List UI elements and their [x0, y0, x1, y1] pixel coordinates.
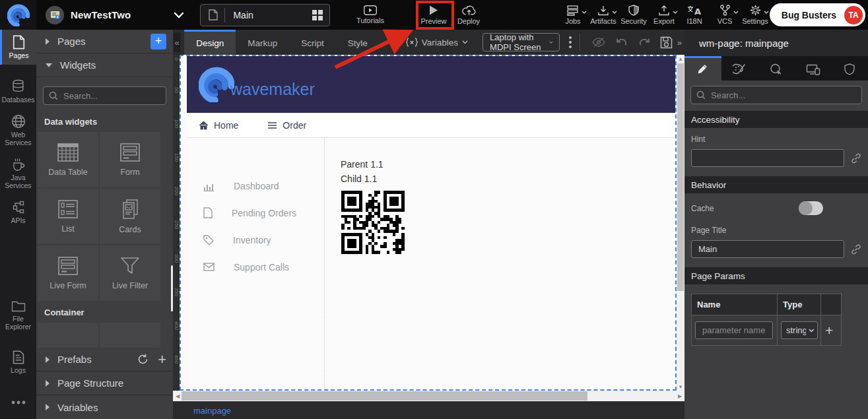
- prefabs-accordion[interactable]: Prefabs +: [36, 348, 173, 371]
- security-button[interactable]: Security: [618, 0, 649, 30]
- tab-properties[interactable]: [684, 56, 721, 81]
- menu-item-support-calls[interactable]: Support Calls: [187, 253, 324, 280]
- rail-item-pages[interactable]: Pages: [0, 30, 36, 65]
- canvas-horizontal-scrollbar[interactable]: ◀ ▶: [173, 391, 684, 401]
- tab-style[interactable]: Style: [336, 30, 380, 55]
- nav-item-home[interactable]: Home: [199, 120, 238, 131]
- refresh-prefabs-button[interactable]: [137, 354, 149, 365]
- add-page-button[interactable]: +: [150, 34, 166, 49]
- open-page-tab-mainpage[interactable]: mainpage: [193, 406, 231, 416]
- undo-button[interactable]: [615, 37, 628, 48]
- canvas-page-content[interactable]: Parent 1.1 Child 1.1: [325, 138, 675, 389]
- param-name-input[interactable]: [695, 321, 773, 339]
- page-structure-accordion[interactable]: Page Structure: [36, 371, 173, 395]
- widget-container-2[interactable]: [100, 323, 160, 348]
- page-params-table: Name Type string +: [691, 294, 842, 346]
- design-canvas[interactable]: wavemaker Home Order: [180, 55, 677, 391]
- widgets-accordion[interactable]: Widgets: [36, 53, 173, 77]
- variables-accordion[interactable]: Variables: [36, 395, 173, 419]
- rail-item-java-services[interactable]: Java Services: [0, 152, 36, 195]
- variables-dropdown[interactable]: Variables: [406, 38, 468, 48]
- cache-toggle[interactable]: [799, 201, 823, 215]
- i18n-button[interactable]: A I18N: [679, 0, 710, 30]
- widget-cards[interactable]: Cards: [100, 189, 160, 244]
- bind-hint-icon[interactable]: [851, 153, 861, 164]
- expander-right-icon: [46, 38, 50, 45]
- scroll-right-arrow[interactable]: ▶: [675, 393, 684, 399]
- rail-item-logs[interactable]: Logs: [0, 345, 36, 379]
- save-button[interactable]: [660, 36, 673, 49]
- canvas-page-header[interactable]: wavemaker: [187, 56, 675, 113]
- rail-item-file-explorer[interactable]: File Explorer: [0, 294, 36, 336]
- widget-list[interactable]: List: [38, 189, 98, 244]
- nav-item-order[interactable]: Order: [267, 120, 306, 131]
- current-page-name: Main: [225, 10, 312, 20]
- widget-container-1[interactable]: [38, 323, 98, 348]
- expander-right-icon: [46, 380, 50, 387]
- tutorials-button[interactable]: Tutorials: [352, 0, 389, 30]
- tab-script[interactable]: Script: [289, 30, 336, 55]
- section-accessibility[interactable]: Accessibility: [684, 111, 868, 128]
- scroll-down-arrow[interactable]: ▼: [678, 383, 683, 391]
- page-title-input[interactable]: [691, 240, 844, 258]
- more-canvas-options-button[interactable]: [569, 36, 572, 48]
- properties-search[interactable]: [690, 86, 862, 104]
- rail-item-web-services[interactable]: Web Services: [0, 109, 36, 152]
- add-param-button[interactable]: +: [821, 323, 837, 338]
- toggle-visibility-button[interactable]: [591, 37, 606, 48]
- widget-search-input[interactable]: [63, 91, 156, 101]
- settings-button[interactable]: Settings: [740, 0, 770, 30]
- section-page-params[interactable]: Page Params: [684, 267, 868, 284]
- menu-item-dashboard[interactable]: Dashboard: [187, 172, 324, 199]
- chevron-down-icon: [612, 11, 617, 15]
- vertical-scroll-thumb[interactable]: [677, 63, 684, 291]
- project-switcher[interactable]: NewTestTwo: [46, 6, 184, 24]
- collapse-left-panel-button[interactable]: «: [174, 32, 180, 52]
- properties-search-input[interactable]: [711, 90, 803, 100]
- add-prefab-button[interactable]: +: [158, 351, 166, 368]
- scroll-up-arrow[interactable]: ▲: [678, 55, 683, 63]
- vcs-button[interactable]: VCS: [710, 0, 740, 30]
- tab-security[interactable]: [831, 56, 868, 81]
- canvas-vertical-scrollbar[interactable]: ▲ ▼: [677, 55, 684, 391]
- widget-data-table[interactable]: Data Table: [38, 132, 98, 187]
- widget-live-filter[interactable]: Live Filter: [100, 245, 160, 301]
- device-selector[interactable]: Laptop with MDPI Screen: [483, 33, 560, 51]
- jobs-button[interactable]: Jobs: [558, 0, 588, 30]
- wavemaker-brand-icon: [199, 67, 234, 102]
- redo-button[interactable]: [638, 37, 651, 48]
- scroll-left-arrow[interactable]: ◀: [173, 393, 182, 399]
- tab-events[interactable]: [758, 56, 795, 81]
- team-button[interactable]: Bug Busters TA: [770, 3, 865, 26]
- page-grid-icon[interactable]: [312, 10, 329, 20]
- expand-toolbar-button[interactable]: »: [677, 38, 682, 48]
- pages-accordion[interactable]: Pages +: [36, 30, 173, 53]
- more-options-button[interactable]: [0, 389, 36, 419]
- artifacts-button[interactable]: Artifacts: [588, 0, 618, 30]
- tab-markup[interactable]: Markup: [236, 30, 289, 55]
- preview-button[interactable]: Preview: [415, 0, 452, 30]
- deploy-button[interactable]: Deploy: [452, 0, 485, 30]
- tab-design[interactable]: Design: [184, 30, 236, 55]
- tab-devices[interactable]: [795, 56, 832, 81]
- rail-item-databases[interactable]: Databases: [0, 74, 36, 109]
- widget-form[interactable]: Form: [100, 132, 160, 187]
- tab-styles[interactable]: [721, 56, 758, 81]
- topbar: NewTestTwo Main Tutorials Preview: [0, 0, 868, 30]
- menu-item-pending-orders[interactable]: Pending Orders: [187, 199, 324, 226]
- child-label: Child 1.1: [341, 174, 675, 184]
- web-services-globe-icon: [11, 114, 26, 129]
- section-behavior[interactable]: Behavior: [684, 176, 868, 193]
- bind-page-title-icon[interactable]: [851, 244, 861, 255]
- page-selector[interactable]: Main: [200, 4, 330, 26]
- param-type-select[interactable]: string: [781, 321, 818, 339]
- export-button[interactable]: Export: [649, 0, 679, 30]
- menu-item-inventory[interactable]: Inventory: [187, 226, 324, 253]
- hint-input[interactable]: [691, 149, 844, 167]
- widget-live-form[interactable]: Live Form: [38, 245, 98, 301]
- rail-item-apis[interactable]: APIs: [0, 195, 36, 230]
- horizontal-scroll-thumb[interactable]: [182, 391, 587, 401]
- wavemaker-logo[interactable]: [0, 0, 36, 30]
- user-avatar[interactable]: TA: [844, 6, 863, 24]
- widget-search[interactable]: [43, 86, 166, 105]
